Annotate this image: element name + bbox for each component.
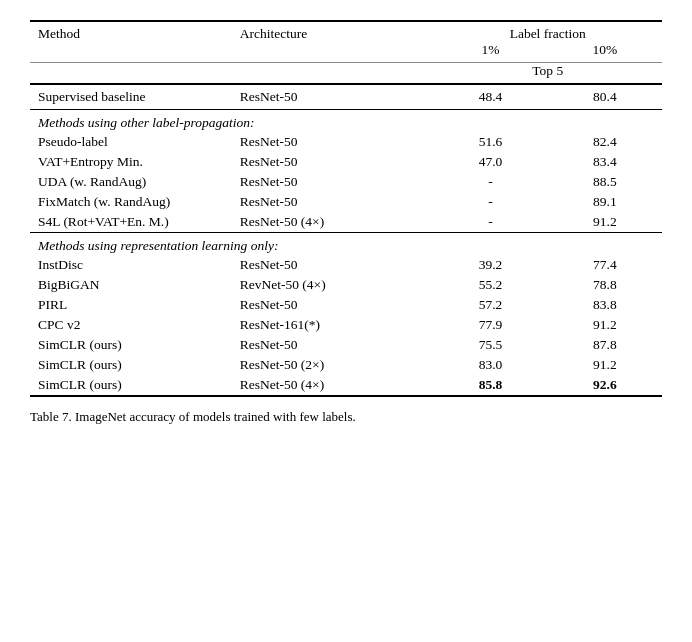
results-table: Method Architecture Label fraction 1% 10… [30,20,662,397]
pct1-cell: - [433,212,547,233]
method-cell: SimCLR (ours) [30,375,232,396]
pct10-cell: 89.1 [548,192,662,212]
arch-cell: ResNet-50 [232,255,434,275]
arch-cell: ResNet-50 [232,84,434,110]
pct1-cell: 57.2 [433,295,547,315]
table-container: Method Architecture Label fraction 1% 10… [30,20,662,425]
table-caption: Table 7. ImageNet accuracy of models tra… [30,409,662,425]
pct10-cell: 91.2 [548,355,662,375]
pct10-cell: 82.4 [548,132,662,152]
pct10-cell: 87.8 [548,335,662,355]
pct10-cell: 92.6 [548,375,662,396]
method-subheader [30,42,232,63]
method-cell: InstDisc [30,255,232,275]
pct1-cell: 75.5 [433,335,547,355]
arch-cell: ResNet-50 (4×) [232,212,434,233]
arch-cell: ResNet-161(*) [232,315,434,335]
pct10-cell: 91.2 [548,315,662,335]
method-cell: SimCLR (ours) [30,355,232,375]
pct1-cell: 85.8 [433,375,547,396]
method-cell: Pseudo-label [30,132,232,152]
arch-cell: ResNet-50 (2×) [232,355,434,375]
pct1-cell: 47.0 [433,152,547,172]
pct10-cell: 88.5 [548,172,662,192]
arch-cell: ResNet-50 [232,192,434,212]
section-header: Methods using other label-propagation: [30,110,662,133]
arch-cell: ResNet-50 [232,335,434,355]
method-header: Method [30,21,232,42]
method-cell: CPC v2 [30,315,232,335]
pct10-cell: 91.2 [548,212,662,233]
method-cell: FixMatch (w. RandAug) [30,192,232,212]
arch-cell: ResNet-50 [232,295,434,315]
arch-cell: ResNet-50 [232,132,434,152]
pct10-cell: 80.4 [548,84,662,110]
method-cell: UDA (w. RandAug) [30,172,232,192]
method-cell: S4L (Rot+VAT+En. M.) [30,212,232,233]
arch-cell: ResNet-50 (4×) [232,375,434,396]
method-cell: BigBiGAN [30,275,232,295]
label-fraction-header: Label fraction [433,21,662,42]
pct1-cell: 55.2 [433,275,547,295]
method-cell: PIRL [30,295,232,315]
pct1-cell: 39.2 [433,255,547,275]
section-header: Methods using representation learning on… [30,233,662,256]
method-cell: VAT+Entropy Min. [30,152,232,172]
method-cell: Supervised baseline [30,84,232,110]
pct10-header: 10% [548,42,662,63]
pct1-cell: 48.4 [433,84,547,110]
pct1-cell: 51.6 [433,132,547,152]
pct1-cell: 83.0 [433,355,547,375]
arch-cell: ResNet-50 [232,172,434,192]
arch-cell: RevNet-50 (4×) [232,275,434,295]
architecture-header: Architecture [232,21,434,42]
pct1-header: 1% [433,42,547,63]
pct1-cell: - [433,192,547,212]
arch-subheader [232,42,434,63]
top5-label: Top 5 [433,63,662,85]
pct1-cell: - [433,172,547,192]
arch-cell: ResNet-50 [232,152,434,172]
pct10-cell: 78.8 [548,275,662,295]
pct1-cell: 77.9 [433,315,547,335]
pct10-cell: 83.8 [548,295,662,315]
method-cell: SimCLR (ours) [30,335,232,355]
pct10-cell: 77.4 [548,255,662,275]
pct10-cell: 83.4 [548,152,662,172]
